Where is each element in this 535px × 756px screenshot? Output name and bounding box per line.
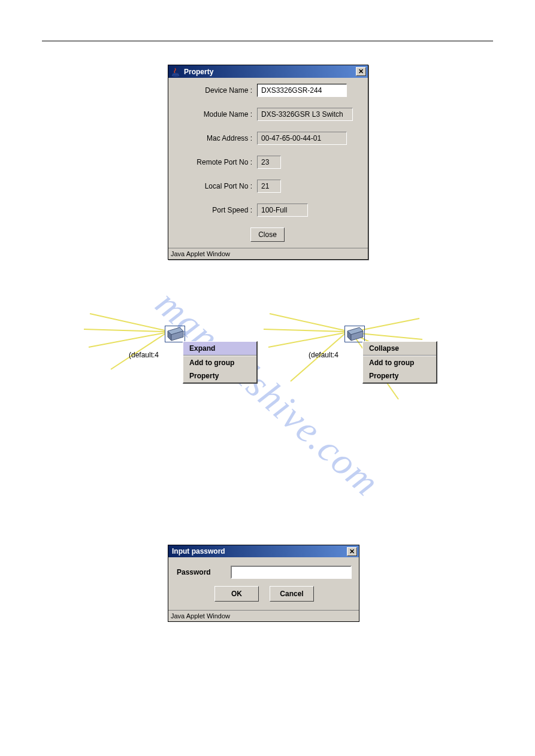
password-dialog: Input password ✕ Password OK Cancel Java… bbox=[168, 545, 359, 622]
svg-line-9 bbox=[270, 314, 344, 330]
password-input[interactable] bbox=[231, 566, 352, 579]
device-icon[interactable] bbox=[165, 326, 185, 342]
page-rule bbox=[42, 41, 493, 41]
svg-point-1 bbox=[172, 74, 179, 76]
svg-line-4 bbox=[89, 333, 165, 347]
context-menu-right: Collapse Add to group Property bbox=[362, 341, 437, 384]
device-name-field[interactable]: DXS3326GSR-244 bbox=[257, 84, 347, 97]
property-dialog: Property ✕ Device Name : DXS3326GSR-244 … bbox=[168, 65, 368, 260]
port-speed-label: Port Speed : bbox=[173, 206, 257, 214]
password-body: Password OK Cancel bbox=[168, 557, 359, 610]
ok-button[interactable]: OK bbox=[214, 586, 259, 602]
local-port-label: Local Port No : bbox=[173, 182, 257, 190]
ctx-item-add-to-group[interactable]: Add to group bbox=[363, 356, 436, 369]
port-speed-field: 100-Full bbox=[257, 204, 308, 217]
close-button[interactable]: Close bbox=[250, 227, 285, 242]
close-icon[interactable]: ✕ bbox=[356, 67, 366, 76]
java-cup-icon bbox=[171, 67, 180, 77]
module-name-label: Module Name : bbox=[173, 110, 257, 119]
device-name-label: Device Name : bbox=[173, 86, 257, 95]
local-port-field: 21 bbox=[257, 180, 281, 193]
remote-port-label: Remote Port No : bbox=[173, 158, 257, 166]
password-titlebar[interactable]: Input password ✕ bbox=[168, 545, 359, 557]
device-icon[interactable] bbox=[344, 326, 365, 342]
svg-line-11 bbox=[268, 333, 344, 347]
password-label: Password bbox=[177, 568, 231, 576]
property-body: Device Name : DXS3326GSR-244 Module Name… bbox=[168, 78, 368, 248]
password-status-strip: Java Applet Window bbox=[168, 610, 359, 621]
ctx-item-collapse[interactable]: Collapse bbox=[363, 342, 436, 355]
ctx-item-expand[interactable]: Expand bbox=[183, 342, 256, 355]
password-title: Input password bbox=[172, 547, 225, 555]
property-titlebar[interactable]: Property ✕ bbox=[168, 65, 368, 78]
svg-line-3 bbox=[84, 329, 165, 332]
context-menu-left: Expand Add to group Property bbox=[183, 341, 258, 384]
device-right-label: (default:4 bbox=[309, 351, 338, 359]
ctx-item-property[interactable]: Property bbox=[183, 369, 256, 382]
cancel-button[interactable]: Cancel bbox=[270, 586, 314, 602]
svg-line-2 bbox=[90, 314, 165, 330]
context-menu-area: (default:4 Expand Add to group Property bbox=[96, 323, 431, 419]
property-status-strip: Java Applet Window bbox=[168, 248, 368, 259]
mac-address-field: 00-47-65-00-44-01 bbox=[257, 132, 347, 145]
svg-line-10 bbox=[264, 329, 344, 332]
close-icon[interactable]: ✕ bbox=[347, 547, 357, 556]
module-name-field: DXS-3326GSR L3 Switch bbox=[257, 108, 353, 121]
property-title: Property bbox=[184, 68, 213, 76]
ctx-item-property[interactable]: Property bbox=[363, 369, 436, 382]
remote-port-field: 23 bbox=[257, 156, 281, 169]
mac-address-label: Mac Address : bbox=[173, 134, 257, 142]
ctx-item-add-to-group[interactable]: Add to group bbox=[183, 356, 256, 369]
device-left-label: (default:4 bbox=[129, 351, 159, 359]
